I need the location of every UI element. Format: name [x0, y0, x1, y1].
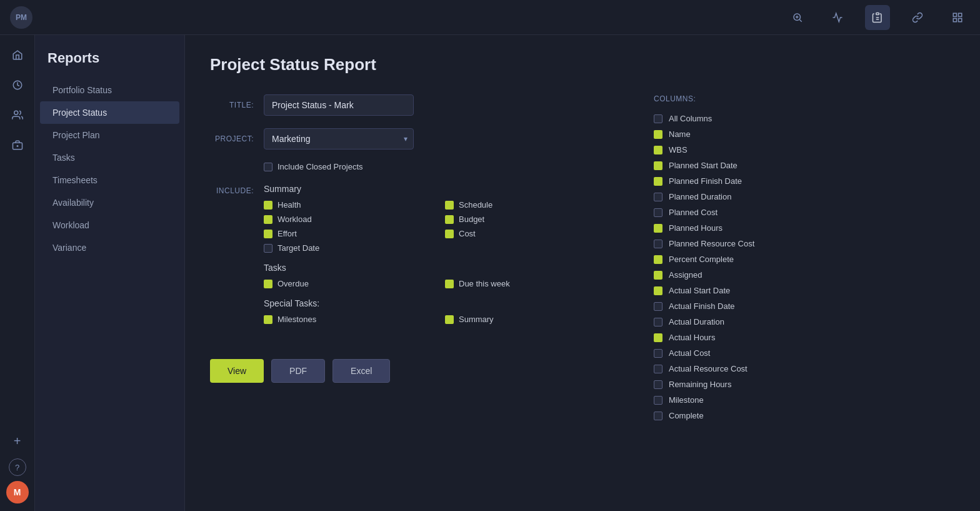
svg-rect-8	[959, 13, 962, 16]
cb-summary[interactable]: Summary	[445, 315, 616, 324]
all-columns-checkbox[interactable]	[654, 114, 662, 123]
col-planned-finish-date[interactable]: Planned Finish Date	[654, 173, 849, 189]
actual-finish-date-checkbox[interactable]	[654, 302, 662, 311]
col-planned-hours[interactable]: Planned Hours	[654, 220, 849, 236]
help-nav-icon[interactable]: ?	[9, 458, 26, 476]
col-planned-duration[interactable]: Planned Duration	[654, 189, 849, 205]
svg-rect-9	[953, 18, 956, 21]
col-all-columns[interactable]: All Columns	[654, 111, 849, 126]
cb-budget[interactable]: Budget	[445, 215, 616, 224]
col-planned-start-date[interactable]: Planned Start Date	[654, 158, 849, 173]
search-zoom-icon[interactable]	[785, 5, 810, 30]
col-actual-cost[interactable]: Actual Cost	[654, 345, 849, 361]
remaining-hours-checkbox[interactable]	[654, 380, 662, 389]
link-icon[interactable]	[905, 5, 930, 30]
sidebar-item-variance[interactable]: Variance	[40, 236, 179, 259]
col-assigned[interactable]: Assigned	[654, 267, 849, 283]
milestone-checkbox[interactable]	[654, 396, 662, 405]
health-checked-icon	[264, 201, 272, 210]
col-remaining-hours[interactable]: Remaining Hours	[654, 377, 849, 392]
include-label: INCLUDE:	[210, 184, 264, 334]
assigned-checked-icon	[654, 271, 662, 280]
clock-nav-icon[interactable]	[5, 73, 30, 98]
sidebar-title: Reports	[35, 50, 184, 79]
sidebar-item-project-status[interactable]: Project Status	[40, 101, 179, 124]
col-actual-start-date[interactable]: Actual Start Date	[654, 283, 849, 298]
sidebar: Reports Portfolio Status Project Status …	[35, 35, 185, 511]
planned-duration-checkbox[interactable]	[654, 193, 662, 201]
budget-label: Budget	[459, 215, 484, 224]
buttons-row: View PDF Excel	[210, 359, 616, 383]
effort-label: Effort	[278, 229, 297, 238]
app-logo[interactable]: PM	[10, 6, 32, 29]
planned-cost-checkbox[interactable]	[654, 208, 662, 217]
workload-label: Workload	[278, 215, 312, 224]
columns-scroll[interactable]: All Columns Name WBS Plann	[654, 111, 854, 423]
layout-icon[interactable]	[945, 5, 970, 30]
view-button[interactable]: View	[210, 359, 264, 383]
sidebar-item-portfolio-status[interactable]: Portfolio Status	[40, 79, 179, 101]
cb-schedule[interactable]: Schedule	[445, 200, 616, 210]
col-actual-hours[interactable]: Actual Hours	[654, 330, 849, 345]
avatar[interactable]: M	[6, 481, 29, 503]
col-planned-cost[interactable]: Planned Cost	[654, 205, 849, 220]
cb-health[interactable]: Health	[264, 200, 435, 210]
main-layout: + ? M Reports Portfolio Status Project S…	[0, 35, 980, 511]
include-closed-row: Include Closed Projects	[264, 162, 616, 171]
pdf-button[interactable]: PDF	[271, 359, 325, 383]
clipboard-icon[interactable]	[865, 5, 890, 30]
project-select-wrapper: Marketing Development Design ▾	[264, 128, 414, 149]
cb-cost[interactable]: Cost	[445, 229, 616, 238]
actual-cost-checkbox[interactable]	[654, 349, 662, 358]
percent-complete-label: Percent Complete	[669, 255, 734, 264]
actual-hours-label: Actual Hours	[669, 333, 715, 342]
col-wbs[interactable]: WBS	[654, 142, 849, 158]
col-percent-complete[interactable]: Percent Complete	[654, 251, 849, 267]
sidebar-item-project-plan[interactable]: Project Plan	[40, 124, 179, 146]
col-milestone[interactable]: Milestone	[654, 392, 849, 408]
target-date-label: Target Date	[278, 243, 319, 253]
planned-resource-cost-label: Planned Resource Cost	[669, 239, 754, 248]
complete-checkbox[interactable]	[654, 412, 662, 420]
title-input[interactable]	[264, 94, 414, 116]
cb-milestones[interactable]: Milestones	[264, 315, 435, 324]
users-nav-icon[interactable]	[5, 103, 30, 128]
sidebar-item-timesheets[interactable]: Timesheets	[40, 169, 179, 191]
top-bar-icons	[785, 5, 970, 30]
col-planned-resource-cost[interactable]: Planned Resource Cost	[654, 236, 849, 251]
sidebar-item-tasks[interactable]: Tasks	[40, 146, 179, 169]
project-select[interactable]: Marketing Development Design	[264, 128, 414, 149]
overdue-checked-icon	[264, 280, 272, 288]
col-actual-finish-date[interactable]: Actual Finish Date	[654, 298, 849, 314]
schedule-label: Schedule	[459, 200, 492, 210]
col-actual-resource-cost[interactable]: Actual Resource Cost	[654, 361, 849, 377]
cb-target-date[interactable]: Target Date	[264, 243, 435, 253]
add-nav-icon[interactable]: +	[5, 428, 30, 453]
briefcase-nav-icon[interactable]	[5, 133, 30, 158]
home-nav-icon[interactable]	[5, 43, 30, 68]
cb-overdue[interactable]: Overdue	[264, 279, 435, 288]
activity-icon[interactable]	[825, 5, 850, 30]
actual-finish-date-label: Actual Finish Date	[669, 301, 735, 311]
form-grid: TITLE: PROJECT: Marketing Development De…	[210, 94, 955, 423]
planned-resource-cost-checkbox[interactable]	[654, 240, 662, 248]
actual-duration-checkbox[interactable]	[654, 318, 662, 326]
columns-label: COLUMNS:	[654, 94, 854, 103]
due-this-week-checked-icon	[445, 280, 454, 288]
actual-resource-cost-checkbox[interactable]	[654, 365, 662, 373]
sidebar-item-workload[interactable]: Workload	[40, 214, 179, 236]
actual-hours-checked-icon	[654, 333, 662, 342]
col-complete[interactable]: Complete	[654, 408, 849, 423]
all-columns-label: All Columns	[669, 114, 712, 123]
remaining-hours-label: Remaining Hours	[669, 380, 731, 389]
include-section-wrapper: INCLUDE: Summary Health Schedule	[210, 184, 616, 334]
sidebar-item-availability[interactable]: Availability	[40, 191, 179, 214]
col-name[interactable]: Name	[654, 126, 849, 142]
excel-button[interactable]: Excel	[332, 359, 390, 383]
wbs-col-label: WBS	[669, 145, 688, 154]
cb-workload[interactable]: Workload	[264, 215, 435, 224]
col-actual-duration[interactable]: Actual Duration	[654, 314, 849, 330]
cb-due-this-week[interactable]: Due this week	[445, 279, 616, 288]
cb-effort[interactable]: Effort	[264, 229, 435, 238]
include-closed-checkbox[interactable]	[264, 163, 272, 171]
